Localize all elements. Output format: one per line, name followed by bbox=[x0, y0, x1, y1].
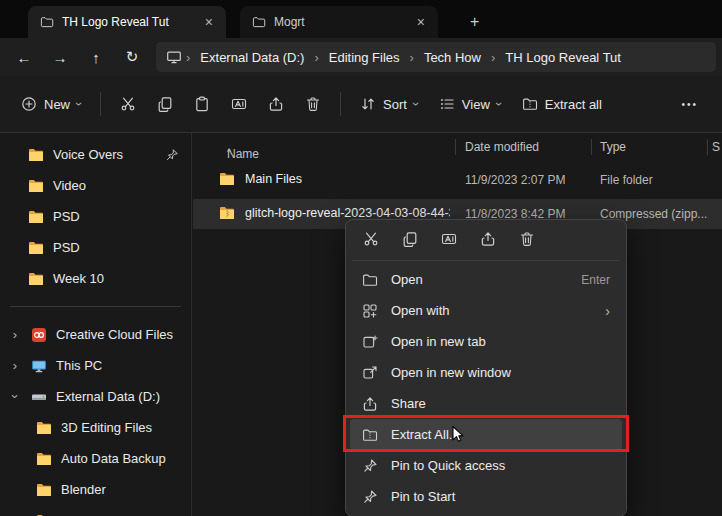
folder-icon bbox=[28, 271, 44, 287]
breadcrumb-item-external-data[interactable]: External Data (D:) bbox=[194, 48, 310, 67]
open-with-icon bbox=[362, 303, 378, 319]
sidebar-item-creative-cloud-files[interactable]: › Creative Cloud Files bbox=[0, 319, 191, 350]
menu-item-open-in-new-window[interactable]: Open in new window bbox=[350, 357, 622, 388]
menu-item-share[interactable]: Share bbox=[350, 388, 622, 419]
breadcrumb-item-th-logo-reveal[interactable]: TH Logo Reveal Tut bbox=[499, 48, 627, 67]
sidebar-item-video[interactable]: Video bbox=[0, 170, 191, 201]
sidebar-divider bbox=[10, 306, 181, 307]
back-button[interactable]: ← bbox=[6, 42, 42, 72]
breadcrumb-separator: › bbox=[409, 50, 415, 65]
extract-all-label: Extract all bbox=[545, 97, 602, 112]
tab-th-logo-reveal[interactable]: TH Logo Reveal Tut × bbox=[28, 6, 226, 38]
sidebar-item-this-pc[interactable]: › This PC bbox=[0, 350, 191, 381]
new-window-icon bbox=[362, 365, 378, 381]
trash-icon bbox=[305, 96, 321, 112]
delete-button[interactable] bbox=[296, 87, 330, 121]
pin-icon bbox=[165, 148, 179, 162]
tab-label: TH Logo Reveal Tut bbox=[62, 15, 192, 29]
column-resize-handle[interactable] bbox=[707, 139, 708, 155]
menu-separator bbox=[352, 260, 620, 261]
up-button[interactable]: ↑ bbox=[78, 42, 114, 72]
cut-button[interactable] bbox=[111, 87, 145, 121]
folder-icon bbox=[28, 209, 44, 225]
menu-item-pin-to-quick-access[interactable]: Pin to Quick access bbox=[350, 450, 622, 481]
folder-icon bbox=[219, 171, 235, 187]
sidebar-item-psd[interactable]: PSD bbox=[0, 201, 191, 232]
new-button[interactable]: New › bbox=[12, 87, 90, 121]
column-header-type[interactable]: Type bbox=[600, 140, 626, 154]
file-row-main-files[interactable]: Main Files 11/9/2023 2:07 PM File folder bbox=[193, 165, 722, 195]
sidebar-item-voice-overs[interactable]: Voice Overs bbox=[0, 139, 191, 170]
menu-item-open-in-new-tab[interactable]: Open in new tab bbox=[350, 326, 622, 357]
view-button-label: View bbox=[462, 97, 490, 112]
toolbar-divider bbox=[340, 92, 341, 116]
column-header-date-modified[interactable]: Date modified bbox=[465, 140, 539, 154]
chevron-expanded-icon[interactable]: › bbox=[8, 390, 23, 404]
share-icon bbox=[362, 396, 378, 412]
share-button[interactable] bbox=[259, 87, 293, 121]
rename-icon bbox=[441, 231, 457, 247]
close-tab-icon[interactable]: × bbox=[412, 14, 430, 30]
close-tab-icon[interactable]: × bbox=[200, 14, 218, 30]
breadcrumb-separator: › bbox=[185, 50, 191, 65]
sort-button[interactable]: Sort › bbox=[351, 87, 427, 121]
sidebar-item-external-data[interactable]: › External Data (D:) bbox=[0, 381, 191, 412]
tab-mogrt[interactable]: Mogrt × bbox=[240, 6, 438, 38]
column-resize-handle[interactable] bbox=[455, 139, 456, 155]
sidebar-item-clipped[interactable] bbox=[0, 505, 191, 516]
chevron-right-icon[interactable]: › bbox=[8, 358, 22, 373]
sort-ascending-icon: ^ bbox=[227, 147, 231, 157]
cut-icon bbox=[120, 96, 136, 112]
rename-icon bbox=[231, 96, 247, 112]
address-bar[interactable]: › External Data (D:) › Editing Files › T… bbox=[156, 42, 716, 72]
column-header-size[interactable]: S bbox=[712, 140, 720, 154]
folder-icon bbox=[28, 147, 44, 163]
sidebar-item-psd-2[interactable]: PSD bbox=[0, 232, 191, 263]
chevron-right-icon[interactable]: › bbox=[8, 327, 22, 342]
pin-icon bbox=[362, 458, 378, 474]
extract-icon bbox=[522, 96, 538, 112]
new-tab-button[interactable]: + bbox=[462, 13, 487, 31]
submenu-chevron-icon: › bbox=[605, 303, 610, 319]
tab-label: Mogrt bbox=[274, 15, 404, 29]
file-explorer-window: TH Logo Reveal Tut × Mogrt × + ← → ↑ ↻ ›… bbox=[0, 0, 722, 516]
menu-item-extract-all[interactable]: Extract All... bbox=[350, 419, 622, 450]
folder-open-icon bbox=[362, 272, 378, 288]
column-headers: Name ^ Date modified Type S bbox=[193, 133, 722, 161]
sidebar-item-auto-data-backup[interactable]: Auto Data Backup bbox=[0, 443, 191, 474]
forward-button[interactable]: → bbox=[42, 42, 78, 72]
folder-icon bbox=[28, 178, 44, 194]
view-button[interactable]: View › bbox=[430, 87, 510, 121]
sort-icon bbox=[360, 96, 376, 112]
context-menu: Open Enter Open with › Open in new tab O… bbox=[345, 219, 627, 516]
paste-button[interactable] bbox=[185, 87, 219, 121]
navigation-pane: Voice Overs Video PSD PSD Week 10 › Crea… bbox=[0, 133, 192, 516]
copy-button[interactable] bbox=[148, 87, 182, 121]
share-button[interactable] bbox=[471, 224, 505, 254]
copy-button[interactable] bbox=[393, 224, 427, 254]
menu-item-open-with[interactable]: Open with › bbox=[350, 295, 622, 326]
extract-icon bbox=[362, 427, 378, 443]
trash-icon bbox=[519, 231, 535, 247]
sidebar-item-week-10[interactable]: Week 10 bbox=[0, 263, 191, 294]
delete-button[interactable] bbox=[510, 224, 544, 254]
cut-button[interactable] bbox=[354, 224, 388, 254]
column-resize-handle[interactable] bbox=[591, 139, 592, 155]
breadcrumb-separator: › bbox=[313, 50, 319, 65]
folder-icon bbox=[36, 482, 52, 498]
folder-icon bbox=[36, 420, 52, 436]
menu-item-pin-to-start[interactable]: Pin to Start bbox=[350, 481, 622, 512]
sidebar-item-3d-editing-files[interactable]: 3D Editing Files bbox=[0, 412, 191, 443]
see-more-button[interactable]: ••• bbox=[669, 99, 710, 110]
menu-item-open[interactable]: Open Enter bbox=[350, 264, 622, 295]
breadcrumb-item-editing-files[interactable]: Editing Files bbox=[323, 48, 406, 67]
extract-all-button[interactable]: Extract all bbox=[513, 87, 611, 121]
sidebar-item-blender[interactable]: Blender bbox=[0, 474, 191, 505]
breadcrumb-item-tech-how[interactable]: Tech How bbox=[418, 48, 487, 67]
refresh-button[interactable]: ↻ bbox=[114, 42, 150, 72]
rename-button[interactable] bbox=[432, 224, 466, 254]
rename-button[interactable] bbox=[222, 87, 256, 121]
breadcrumb-separator: › bbox=[490, 50, 496, 65]
new-tab-icon bbox=[362, 334, 378, 350]
zip-folder-icon bbox=[219, 205, 235, 221]
